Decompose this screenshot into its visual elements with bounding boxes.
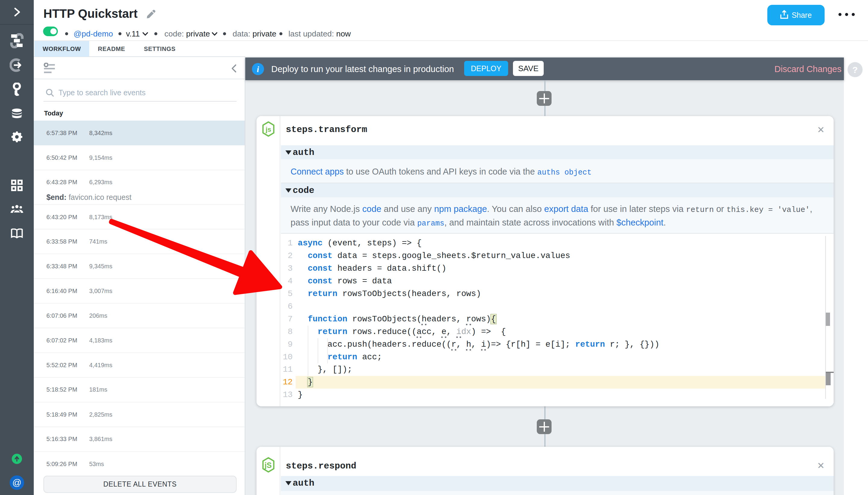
svg-text:jS: jS [264, 461, 272, 470]
svg-text:@: @ [12, 478, 21, 488]
svg-text:?: ? [852, 65, 858, 75]
svg-text:js: js [265, 126, 271, 133]
svg-text:i: i [257, 65, 259, 74]
